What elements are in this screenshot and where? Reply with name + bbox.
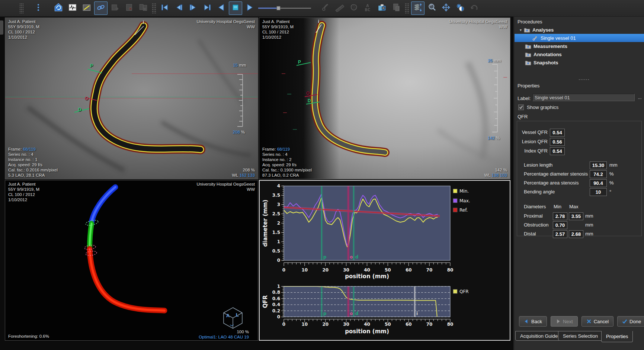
area-measure-button[interactable]: [347, 1, 361, 15]
done-button[interactable]: Done: [617, 316, 644, 327]
copy-clipboard-button[interactable]: [390, 1, 403, 15]
show-graphics-checkbox[interactable]: Show graphics: [518, 105, 558, 110]
patient-info-line: 55Y 9/9/1919, M: [262, 24, 294, 29]
window-level-icon: [456, 3, 465, 13]
catheter-calibration-button[interactable]: [319, 1, 332, 15]
wizard-button-row: BackNextCancelDone: [519, 316, 644, 327]
qfr-row-label: Index QFR: [517, 148, 548, 154]
previous-frame-button[interactable]: [172, 1, 186, 15]
play-backward-button[interactable]: [215, 1, 228, 15]
properties-title: Properties: [518, 83, 539, 89]
value-box[interactable]: 74.2: [590, 170, 607, 178]
chart-marker-label: o: [350, 311, 353, 316]
expand-arrow-icon[interactable]: ▾: [520, 28, 522, 32]
back-button[interactable]: Back: [519, 316, 547, 327]
label-more-button[interactable]: ...: [637, 94, 643, 101]
layout-button[interactable]: [411, 1, 424, 15]
play-forward-button[interactable]: [243, 1, 256, 15]
pan-icon: [442, 3, 451, 13]
x-tick-label: 40: [364, 267, 370, 273]
tab-properties[interactable]: Properties: [601, 331, 633, 342]
tab-series-selection[interactable]: Series Selection: [558, 331, 603, 341]
ecg-button[interactable]: [66, 1, 79, 15]
checkbox-box: [518, 105, 524, 110]
close-run-button[interactable]: [122, 1, 136, 15]
value-box[interactable]: 0.70: [553, 221, 567, 229]
value-box[interactable]: 3.55: [569, 212, 583, 220]
viewport-3d-reconstruction[interactable]: Just A. Patient55Y 9/9/1919, MCL 100 / 2…: [5, 180, 258, 341]
close-all-runs-button[interactable]: [137, 1, 150, 15]
frame-counter: Frame: 68/119: [262, 147, 290, 152]
tree-item-analyses[interactable]: ▾Analyses: [515, 26, 644, 34]
label-input[interactable]: [532, 94, 635, 101]
y-tick-label: 1: [277, 239, 280, 244]
qfr-row: Vessel QFR0.54: [517, 129, 641, 136]
marker-d[interactable]: D: [308, 98, 311, 103]
value-box[interactable]: 0.54: [550, 129, 565, 137]
marker-o[interactable]: O: [85, 96, 88, 101]
optimal-projection-link[interactable]: Optimal1: LAO 48 CAU 19: [199, 334, 249, 340]
x-tick-label: 70: [426, 267, 433, 273]
value-box[interactable]: 0.54: [550, 147, 565, 155]
last-frame-button[interactable]: [201, 1, 214, 15]
marker-i[interactable]: i: [143, 20, 144, 25]
tree-item-single-vessel-01[interactable]: Single vessel 01: [515, 34, 644, 42]
next-frame-button[interactable]: [186, 1, 200, 15]
frame-counter: Frame: 68/119: [8, 147, 36, 152]
patient-info: Just A. Patient55Y 9/9/1919, MCL 100 / 2…: [8, 19, 39, 40]
value-box[interactable]: 0.56: [550, 138, 565, 146]
tab-acquisition-guide[interactable]: Acquisition Guide: [515, 331, 563, 341]
magnify-button[interactable]: [425, 1, 439, 15]
marker-p[interactable]: P: [90, 63, 93, 68]
overflow-menu-button[interactable]: [32, 1, 45, 15]
first-frame-button[interactable]: [158, 1, 172, 15]
snapshot-button[interactable]: [375, 1, 389, 15]
button-label: Done: [629, 319, 641, 324]
label-field-caption: Label:: [518, 96, 531, 101]
y-tick-label: 0.5: [272, 248, 280, 254]
tree-item-snapshots[interactable]: Snapshots: [515, 58, 644, 67]
y-tick-label: 3: [277, 202, 280, 207]
save-run-button[interactable]: [108, 1, 122, 15]
speed-slider[interactable]: [257, 2, 313, 15]
marker-p[interactable]: P: [298, 60, 301, 65]
marker-o[interactable]: O: [306, 91, 310, 96]
next-button[interactable]: Next: [551, 316, 578, 327]
marker-d[interactable]: D: [78, 107, 81, 112]
x-tick-label: 50: [385, 322, 391, 327]
link-series-button[interactable]: [94, 1, 108, 15]
value-box[interactable]: 15.30: [590, 161, 607, 169]
window-level-button[interactable]: [454, 1, 467, 15]
cube-anterior-label: A: [226, 313, 230, 318]
viewport-angio-2[interactable]: Just A. Patient55Y 9/9/1919, MCL 100 / 2…: [259, 17, 510, 179]
viewport-angio-1[interactable]: Just A. Patient55Y 9/9/1919, MCL 100 / 2…: [5, 17, 258, 179]
value-box[interactable]: 90.4: [590, 179, 607, 187]
cancel-button[interactable]: Cancel: [581, 316, 613, 327]
analysis-chart-panel[interactable]: pod01020304050607080position (mm)00.511.…: [259, 180, 510, 341]
marker-i[interactable]: i: [318, 19, 319, 24]
x-axis-title: position (mm): [345, 273, 389, 280]
undo-button[interactable]: [468, 1, 481, 15]
value-box[interactable]: 10: [590, 188, 607, 196]
reset-view-button[interactable]: [52, 1, 65, 15]
grip-handle[interactable]: [405, 3, 409, 13]
ruler-scale-label: 15 mm: [228, 62, 251, 68]
value-box[interactable]: 2.68: [569, 230, 583, 238]
value-box[interactable]: 2.78: [553, 212, 567, 220]
tree-item-measurements[interactable]: Measurements: [515, 42, 644, 50]
grip-handle[interactable]: [152, 3, 156, 13]
measurement-label: Percentage diameter stenosis: [524, 171, 588, 177]
calibration-button[interactable]: [80, 1, 93, 15]
distance-measure-button[interactable]: [333, 1, 346, 15]
collapsed-panel-handle[interactable]: [0, 20, 3, 35]
panel-splitter[interactable]: [515, 78, 644, 81]
text-annotation-button[interactable]: ABC: [361, 1, 375, 15]
stop-button[interactable]: [229, 1, 242, 15]
pan-button[interactable]: [439, 1, 453, 15]
grip-handle[interactable]: [19, 3, 24, 13]
acquisition-info-line: 87.3 LAO, 0.2 CRA: [262, 173, 312, 178]
zoom-percent: 208 %: [243, 167, 255, 173]
tree-item-annotations[interactable]: Annotations: [515, 50, 644, 58]
value-box[interactable]: 2.57: [553, 230, 567, 238]
window-level: WL 138 103: [484, 173, 507, 178]
